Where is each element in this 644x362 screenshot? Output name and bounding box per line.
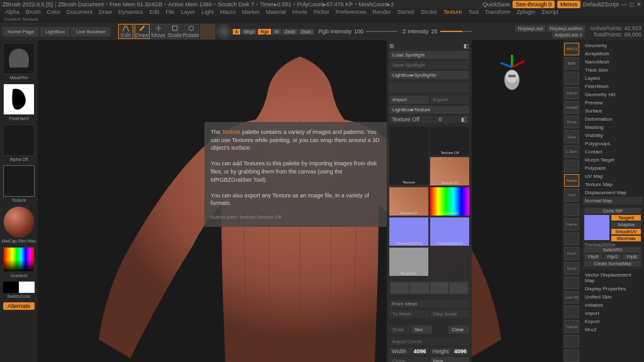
menu-edit[interactable]: Edit (147, 9, 162, 16)
menu-document[interactable]: Document (64, 9, 95, 16)
default-zscript[interactable]: DefaultZScript (583, 1, 619, 8)
see-through[interactable]: See-through 0 (513, 1, 555, 8)
prop-vector displacement map[interactable]: Vector Displacement Map (582, 271, 643, 285)
menu-marker[interactable]: Marker (240, 9, 262, 16)
texture-thumb[interactable]: Texture (389, 127, 428, 185)
shelf-icon-13[interactable] (564, 233, 579, 245)
menu-light[interactable]: Light (199, 9, 216, 16)
menu-texture[interactable]: Texture (441, 9, 465, 16)
replay-last[interactable]: ReplayLast (515, 25, 545, 32)
texture-thumb[interactable]: Texture 40 (430, 187, 469, 216)
edit-mode-icon[interactable]: Edit (118, 24, 133, 39)
shelf-actual[interactable]: Actual (564, 87, 579, 99)
texture-thumb[interactable]: Texture 27 (389, 187, 428, 216)
prop-morph target[interactable]: Morph Target (582, 156, 643, 164)
shelf-oxyz[interactable]: Oxyz (564, 189, 579, 201)
clone-nm[interactable]: Clone NM (584, 208, 641, 214)
menu-tool[interactable]: Tool (465, 9, 481, 16)
shelf-icon-8[interactable] (564, 160, 579, 172)
menu-zscript[interactable]: Zscript (539, 9, 561, 16)
prop-uv map[interactable]: UV Map (582, 172, 643, 180)
texture-thumb[interactable]: Texture 01 (430, 157, 469, 185)
switchrg[interactable]: SwitchRG (584, 247, 641, 253)
move-mode-icon[interactable]: Move (151, 24, 166, 39)
menu-file[interactable]: File (163, 9, 177, 16)
from-mesh-header[interactable]: From Mesh (389, 300, 469, 308)
menu-picker[interactable]: Picker (311, 9, 332, 16)
rgb-mode[interactable]: Rgb (258, 29, 271, 35)
mrgb-mode[interactable]: Mrgb (242, 29, 257, 35)
shelf-xpose[interactable]: Xpose (564, 174, 579, 187)
adjust-last[interactable]: AdjustLast 1 (552, 31, 585, 38)
brush-thumbnail[interactable] (3, 43, 35, 74)
nav-gizmo[interactable] (493, 52, 531, 96)
prop-polygroups[interactable]: Polygroups (582, 140, 643, 148)
material-thumbnail[interactable] (3, 206, 35, 238)
scale-mode-icon[interactable]: Scale (167, 24, 182, 39)
shelf-solo0[interactable]: Solo0 (564, 262, 579, 275)
menus-toggle[interactable]: Menus (557, 1, 580, 8)
menu-brush[interactable]: Brush (23, 9, 43, 16)
shelf-icon-20[interactable] (564, 335, 579, 348)
lightbox-texture[interactable]: Lightbox▸Texture (389, 106, 469, 114)
width-field[interactable]: Width4096 (389, 348, 429, 355)
a-mode[interactable]: A (233, 29, 241, 35)
zsub-mode[interactable]: Zsub (299, 29, 314, 35)
load-spotlight[interactable]: Load Spotlight (389, 51, 469, 59)
switch-color[interactable]: SwitchColor (7, 294, 30, 299)
shelf-line fill[interactable]: Line Fill (564, 291, 579, 304)
shelf-spix 3[interactable]: SPix 3 (564, 43, 579, 55)
zadd-mode[interactable]: Zadd (282, 29, 297, 35)
viewport[interactable]: The Texture palette contains a variety o… (38, 40, 562, 362)
gizmo-icon[interactable] (216, 24, 231, 39)
prop-texture map[interactable]: Texture Map (582, 180, 643, 189)
sec[interactable]: Sec (411, 326, 432, 334)
texture-thumb[interactable]: Theresa(20)Dre (430, 217, 469, 246)
texture-thumbnail[interactable] (3, 165, 35, 197)
prop-normal map[interactable]: Normal Map (582, 197, 643, 205)
quicksave[interactable]: QuickSave (482, 1, 510, 8)
shelf-icon-11[interactable] (564, 204, 579, 216)
menu-stencil[interactable]: Stencil (395, 9, 417, 16)
prop-arraymesh[interactable]: ArrayMesh (582, 50, 643, 58)
draw-mode-icon[interactable]: Draw (135, 24, 150, 39)
prop-surface[interactable]: Surface (582, 107, 643, 115)
tangent[interactable]: Tangent (611, 215, 641, 221)
minimize-icon[interactable]: — (621, 1, 627, 8)
alternate-button[interactable]: Alternate (3, 302, 35, 310)
flipg[interactable]: FlipG (604, 254, 622, 260)
lightbox-spotlights[interactable]: Lightbox▸Spotlights (389, 71, 469, 79)
prop-geometry[interactable]: Geometry (582, 41, 643, 50)
color-picker[interactable] (3, 247, 35, 272)
prop-polypaint[interactable]: Polypaint (582, 164, 643, 172)
height-field[interactable]: Height4096 (430, 348, 470, 355)
menu-material[interactable]: Material (264, 9, 289, 16)
shelf-transp[interactable]: Transp (564, 320, 579, 332)
import-button[interactable]: Import (389, 96, 429, 104)
adjust-colors[interactable]: Adjust Colors (389, 337, 469, 346)
clear[interactable]: Clear (448, 326, 469, 334)
rotate-mode-icon[interactable]: Rotate (184, 24, 199, 39)
smoothuv[interactable]: SmoothUV (611, 229, 641, 234)
shelf-zoom[interactable]: Zoom (564, 247, 579, 260)
stroke-thumbnail[interactable] (3, 84, 35, 115)
prop-geometry hd[interactable]: Geometry HD (582, 90, 643, 99)
prop-layers[interactable]: Layers (582, 74, 643, 82)
menu-transform[interactable]: Transform (482, 9, 513, 16)
sculptris-icon[interactable] (200, 24, 215, 39)
texture-thumb[interactable]: Texture Off (430, 127, 469, 155)
menu-stroke[interactable]: Stroke (418, 9, 440, 16)
tab-home[interactable]: Home Page (3, 27, 39, 36)
prop-preview[interactable]: Preview (582, 99, 643, 107)
new[interactable]: New (430, 357, 470, 362)
prop-masking[interactable]: Masking (582, 123, 643, 131)
maximize-icon[interactable]: ◻ (630, 1, 634, 8)
shelf-aahalf[interactable]: AAHalf (564, 101, 579, 114)
shelf-floor[interactable]: Floor (564, 130, 579, 143)
menu-dynamics[interactable]: Dynamics (116, 9, 146, 16)
create-normalmap[interactable]: Create NormalMap (584, 261, 641, 266)
shelf-l.sym[interactable]: L.Sym (564, 145, 579, 158)
prop-initialize[interactable]: Initialize (582, 301, 643, 309)
menu-color[interactable]: Color (45, 9, 64, 16)
nm-thumbnail[interactable] (584, 215, 609, 240)
